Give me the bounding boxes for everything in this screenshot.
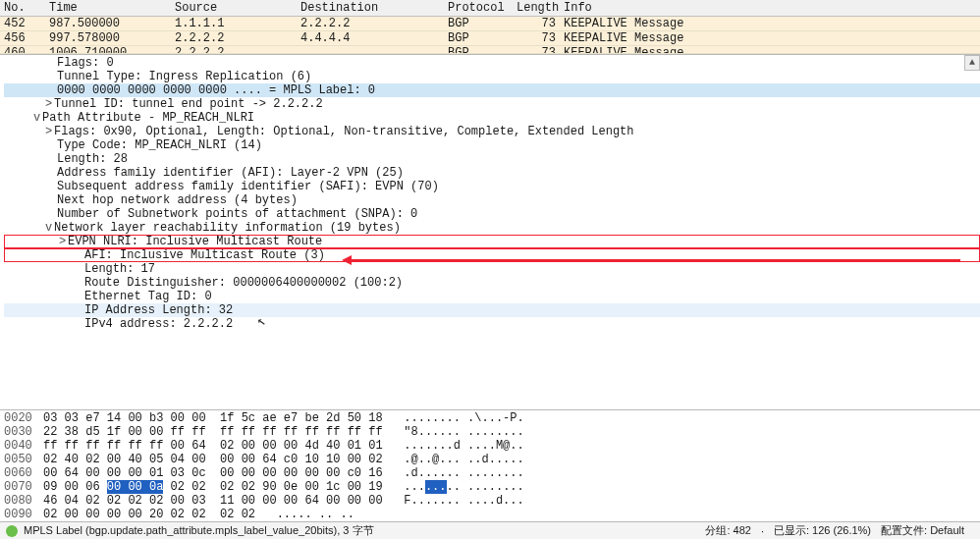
hex-row[interactable]: 0040ff ff ff ff ff ff 00 64 02 00 00 00 … (4, 439, 980, 453)
hex-bytes: 02 40 02 00 40 05 04 00 00 00 64 c0 10 1… (43, 453, 383, 466)
detail-line[interactable]: Next hop network address (4 bytes) (4, 193, 980, 207)
caret-icon[interactable]: > (43, 125, 54, 138)
cell-proto: BGP (448, 17, 517, 30)
hex-offset: 0070 (4, 480, 43, 494)
hex-row[interactable]: 007009 00 06 00 00 0a 02 02 02 02 90 0e … (4, 480, 980, 494)
hex-row[interactable]: 003022 38 d5 1f 00 00 ff ff ff ff ff ff … (4, 425, 980, 439)
detail-line[interactable]: Subsequent address family identifier (SA… (4, 180, 980, 193)
cell-time: 997.578000 (49, 31, 175, 45)
cell-proto: BGP (448, 46, 517, 53)
detail-line[interactable]: Route Distinguisher: 0000006400000002 (1… (4, 276, 980, 290)
annotation-arrow-head (342, 255, 352, 265)
detail-line[interactable]: Type Code: MP_REACH_NLRI (14) (4, 138, 980, 152)
packet-list: No. Time Source Destination Protocol Len… (0, 0, 980, 55)
status-bar: MPLS Label (bgp.update.path_attribute.mp… (0, 521, 980, 539)
hex-offset: 0090 (4, 508, 43, 521)
detail-label: EVPN NLRI: Inclusive Multicast Route (68, 235, 322, 248)
status-packet-count: 分组: 482 (705, 523, 750, 538)
detail-line[interactable]: Flags: 0 (4, 56, 980, 70)
detail-line[interactable]: Ethernet Tag ID: 0 (4, 290, 980, 303)
cell-src: 1.1.1.1 (175, 17, 300, 30)
detail-line-evpn-nlri[interactable]: >EVPN NLRI: Inclusive Multicast Route (4, 235, 980, 248)
cell-no: 452 (0, 17, 49, 30)
hex-bytes: 46 04 02 02 02 02 00 03 11 00 00 00 64 0… (43, 494, 383, 508)
detail-line-mpls-label[interactable]: 0000 0000 0000 0000 0000 .... = MPLS Lab… (4, 83, 980, 97)
detail-label: Flags: 0x90, Optional, Length: Optional,… (54, 125, 634, 138)
cell-len: 73 (517, 46, 564, 53)
hex-bytes: 02 00 00 00 00 20 02 02 02 02 (43, 508, 255, 521)
hex-bytes: 22 38 d5 1f 00 00 ff ff ff ff ff ff ff f… (43, 425, 383, 439)
hex-offset: 0080 (4, 494, 43, 508)
col-len[interactable]: Length (517, 1, 564, 15)
chevron-up-icon: ▲ (969, 56, 975, 70)
detail-line-ip-addr-len[interactable]: IP Address Length: 32 (4, 303, 980, 317)
hex-ascii: .d...... ........ (404, 466, 523, 480)
cell-len: 73 (517, 31, 564, 45)
detail-line[interactable]: IPv4 address: 2.2.2.2 (4, 317, 980, 331)
hex-ascii: .@..@... ..d..... (404, 453, 523, 466)
hex-row[interactable]: 002003 03 e7 14 00 b3 00 00 1f 5c ae e7 … (4, 411, 980, 425)
status-dot: · (761, 525, 764, 537)
detail-line-path-attribute[interactable]: vPath Attribute - MP_REACH_NLRI (4, 111, 980, 125)
cell-dst: 2.2.2.2 (300, 17, 448, 30)
detail-line[interactable]: >Tunnel ID: tunnel end point -> 2.2.2.2 (4, 97, 980, 111)
caret-icon[interactable]: v (43, 221, 54, 235)
detail-label: Path Attribute - MP_REACH_NLRI (42, 111, 254, 125)
cell-src: 2.2.2.2 (175, 31, 300, 45)
caret-icon[interactable]: > (57, 235, 68, 248)
cell-src: 2.2.2.2 (175, 46, 300, 53)
packet-row[interactable]: 452 987.500000 1.1.1.1 2.2.2.2 BGP 73 KE… (0, 17, 980, 31)
hex-offset: 0050 (4, 453, 43, 466)
hex-ascii: ..... .. .. (277, 508, 354, 521)
status-profile[interactable]: 配置文件: Default (881, 523, 964, 538)
hex-bytes: 03 03 e7 14 00 b3 00 00 1f 5c ae e7 be 2… (43, 411, 383, 425)
packet-details[interactable]: ▲ Flags: 0 Tunnel Type: Ingress Replicat… (0, 55, 980, 410)
cell-no: 460 (0, 46, 49, 53)
col-dst[interactable]: Destination (300, 1, 448, 15)
hex-offset: 0060 (4, 466, 43, 480)
cell-no: 456 (0, 31, 49, 45)
detail-line[interactable]: Length: 17 (4, 262, 980, 276)
hex-pane[interactable]: 002003 03 e7 14 00 b3 00 00 1f 5c ae e7 … (0, 410, 980, 521)
hex-offset: 0040 (4, 439, 43, 453)
status-displayed-count: 已显示: 126 (26.1%) (774, 523, 871, 538)
hex-row[interactable]: 006000 64 00 00 00 01 03 0c 00 00 00 00 … (4, 466, 980, 480)
hex-ascii: F....... ....d... (404, 494, 523, 508)
hex-selection: 00 00 0a (107, 480, 164, 494)
cell-time: 1006.710000 (49, 46, 175, 53)
detail-line[interactable]: vNetwork layer reachability information … (4, 221, 980, 235)
detail-label: Tunnel ID: tunnel end point -> 2.2.2.2 (54, 97, 323, 111)
detail-line[interactable]: Number of Subnetwork points of attachmen… (4, 207, 980, 221)
cell-dst: 4.4.4.4 (300, 31, 448, 45)
col-info[interactable]: Info (564, 1, 980, 15)
detail-line[interactable]: Length: 28 (4, 152, 980, 166)
status-field[interactable]: MPLS Label (bgp.update.path_attribute.mp… (24, 523, 374, 538)
packet-list-header: No. Time Source Destination Protocol Len… (0, 0, 980, 17)
caret-icon[interactable]: v (31, 111, 42, 125)
scroll-up-button[interactable]: ▲ (964, 55, 980, 71)
hex-row[interactable]: 008046 04 02 02 02 02 00 03 11 00 00 00 … (4, 494, 980, 508)
packet-row[interactable]: 456 997.578000 2.2.2.2 4.4.4.4 BGP 73 KE… (0, 31, 980, 46)
cell-info: KEEPALIVE Message (564, 46, 980, 53)
cell-time: 987.500000 (49, 17, 175, 30)
detail-line[interactable]: Tunnel Type: Ingress Replication (6) (4, 70, 980, 83)
cell-dst (300, 46, 448, 53)
col-src[interactable]: Source (175, 1, 300, 15)
caret-icon[interactable]: > (43, 97, 54, 111)
cell-len: 73 (517, 17, 564, 30)
detail-line[interactable]: >Flags: 0x90, Optional, Length: Optional… (4, 125, 980, 138)
hex-ascii: "8...... ........ (404, 425, 523, 439)
col-no[interactable]: No. (0, 1, 49, 15)
detail-line[interactable]: Address family identifier (AFI): Layer-2… (4, 166, 980, 180)
hex-row[interactable]: 005002 40 02 00 40 05 04 00 00 00 64 c0 … (4, 453, 980, 466)
col-time[interactable]: Time (49, 1, 175, 15)
cell-info: KEEPALIVE Message (564, 17, 980, 30)
hex-ascii: ........ .\...-P. (404, 411, 523, 425)
hex-ascii: .......d ....M@.. (404, 439, 523, 453)
packet-row[interactable]: 460 1006.710000 2.2.2.2 BGP 73 KEEPALIVE… (0, 46, 980, 54)
annotation-arrow (352, 259, 960, 261)
hex-bytes: 09 00 06 00 00 0a 02 02 02 02 90 0e 00 1… (43, 480, 383, 494)
col-proto[interactable]: Protocol (448, 1, 517, 15)
detail-label: Network layer reachability information (… (54, 221, 401, 235)
hex-row[interactable]: 009002 00 00 00 00 20 02 02 02 02 ..... … (4, 508, 980, 521)
